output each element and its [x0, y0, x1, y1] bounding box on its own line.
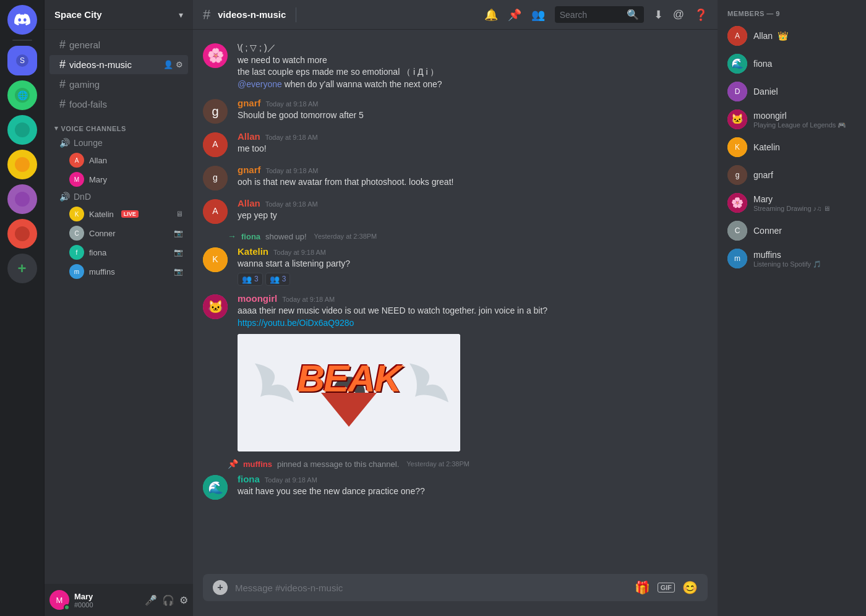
- message-header-gnarf-2: gnarf Today at 9:18 AM: [238, 165, 708, 175]
- channel-header: # videos-n-music 🔔 📌 👥 🔍 ⬇ @ ❓: [193, 0, 718, 30]
- search-box[interactable]: 🔍: [555, 6, 644, 23]
- mention-everyone[interactable]: @everyone: [238, 79, 282, 89]
- gift-icon[interactable]: 🎁: [635, 580, 650, 595]
- headphones-icon[interactable]: 🎧: [162, 594, 174, 606]
- sidebar-item-food-fails[interactable]: # food-fails: [49, 95, 188, 114]
- settings-icon[interactable]: ⚙: [179, 594, 188, 606]
- sidebar: Space City ▾ # general # videos-n-music …: [45, 0, 193, 616]
- add-member-icon[interactable]: 👤: [163, 60, 173, 69]
- search-input[interactable]: [560, 10, 623, 20]
- pin-icon[interactable]: 📌: [508, 8, 521, 22]
- mention-icon[interactable]: @: [673, 8, 684, 21]
- svg-point-5: [15, 157, 30, 172]
- message-author-allan-2[interactable]: Allan: [238, 198, 260, 208]
- message-avatar-allan-2: A: [203, 199, 228, 224]
- text-channel-hash-icon: #: [59, 78, 66, 91]
- system-timestamp-pinned: Yesterday at 2:38PM: [406, 460, 469, 468]
- member-info-muffins: muffins Listening to Spotify 🎵: [753, 249, 856, 268]
- discord-home-button[interactable]: [7, 5, 37, 35]
- sidebar-item-gaming[interactable]: # gaming: [49, 75, 188, 94]
- bell-icon[interactable]: 🔔: [484, 8, 498, 22]
- member-item-mary[interactable]: 🌸 Mary Streaming Drawing ♪♫ 🖥: [722, 189, 861, 216]
- voice-user-katelin[interactable]: K Katelin LIVE 🖥: [49, 205, 188, 223]
- member-name-mary: Mary: [753, 194, 773, 204]
- message-author-moongirl[interactable]: moongirl: [238, 293, 277, 304]
- camera-icon-muffins: 📷: [174, 267, 183, 276]
- voice-user-fiona[interactable]: f fiona 📷: [49, 243, 188, 262]
- video-embed[interactable]: BEAK: [238, 334, 460, 451]
- reaction-1[interactable]: 👥 3: [238, 273, 263, 286]
- member-item-daniel[interactable]: D Daniel: [722, 78, 861, 105]
- system-muffins-name: muffins: [243, 460, 272, 469]
- member-info-conner: Conner: [753, 225, 856, 236]
- settings-icon[interactable]: ⚙: [176, 60, 183, 69]
- message-avatar-katelin: K: [203, 247, 228, 272]
- message-author-gnarf[interactable]: gnarf: [238, 98, 261, 108]
- voice-user-mary[interactable]: M Mary: [49, 170, 188, 189]
- reaction-count-2: 3: [282, 275, 286, 283]
- voice-channels-category[interactable]: ▾ VOICE CHANNELS: [45, 114, 193, 135]
- emoji-icon[interactable]: 😊: [682, 580, 698, 595]
- server-icon-5[interactable]: [7, 184, 37, 214]
- voice-category-label: VOICE CHANNELS: [61, 125, 126, 132]
- message-content-gnarf-2: gnarf Today at 9:18 AM ooh is that new a…: [238, 165, 708, 190]
- member-item-conner[interactable]: C Conner: [722, 217, 861, 244]
- add-server-button[interactable]: +: [7, 254, 37, 283]
- svg-text:🐱: 🐱: [208, 299, 223, 314]
- gif-button[interactable]: GIF: [658, 583, 675, 592]
- message-author-katelin[interactable]: Katelin: [238, 246, 268, 257]
- download-icon[interactable]: ⬇: [654, 8, 663, 22]
- server-icon-3[interactable]: [7, 115, 37, 145]
- member-name-katelin: Katelin: [753, 142, 780, 152]
- member-item-gnarf[interactable]: g gnarf: [722, 161, 861, 189]
- member-item-katelin[interactable]: K Katelin: [722, 134, 861, 161]
- member-item-allan[interactable]: A Allan 👑: [722, 22, 861, 49]
- svg-point-6: [15, 192, 30, 207]
- message-author-fiona[interactable]: fiona: [238, 474, 260, 484]
- message-author-gnarf-2[interactable]: gnarf: [238, 165, 261, 175]
- svg-text:🐱: 🐱: [731, 113, 744, 125]
- system-message-pinned: 📌 muffins pinned a message to this chann…: [193, 456, 718, 471]
- header-icons: 🔔 📌 👥 🔍 ⬇ @ ❓: [484, 6, 708, 23]
- camera-icon-fiona: 📷: [174, 248, 183, 257]
- attach-file-button[interactable]: +: [213, 580, 228, 595]
- voice-user-avatar-muffins: m: [69, 264, 84, 279]
- help-icon[interactable]: ❓: [694, 8, 708, 22]
- message-content-mary: \( ; ▽ ; )／ we need to watch more the la…: [238, 42, 708, 90]
- microphone-icon[interactable]: 🎤: [145, 594, 157, 606]
- server-icon-4[interactable]: [7, 150, 37, 179]
- reaction-2[interactable]: 👥 3: [265, 273, 291, 286]
- footer-username: Mary: [74, 592, 140, 601]
- voice-user-allan[interactable]: A Allan: [49, 151, 188, 169]
- sidebar-item-videos-n-music[interactable]: # videos-n-music 👤 ⚙: [49, 55, 188, 74]
- members-icon[interactable]: 👥: [531, 8, 545, 22]
- sidebar-item-general[interactable]: # general: [49, 35, 188, 54]
- member-name-gnarf: gnarf: [753, 170, 773, 180]
- member-avatar-mary: 🌸: [727, 193, 747, 213]
- server-icon-6[interactable]: [7, 219, 37, 249]
- text-channel-hash-icon: #: [59, 58, 66, 71]
- message-group-gnarf-2: g gnarf Today at 9:18 AM ooh is that new…: [193, 162, 718, 193]
- member-avatar-gnarf: g: [727, 165, 747, 185]
- voice-channel-lounge[interactable]: 🔊 Lounge: [49, 135, 188, 150]
- server-icon-2[interactable]: 🌐: [7, 80, 37, 110]
- text-channel-hash-icon: #: [59, 98, 66, 111]
- server-icon-1[interactable]: S: [7, 46, 37, 75]
- voice-channel-dnd[interactable]: 🔊 DnD: [49, 189, 188, 204]
- message-author-allan[interactable]: Allan: [238, 131, 260, 142]
- member-item-moongirl[interactable]: 🐱 moongirl Playing League of Legends 🎮: [722, 106, 861, 133]
- voice-user-avatar-mary: M: [69, 172, 84, 187]
- server-name-header[interactable]: Space City ▾: [45, 0, 193, 30]
- svg-text:A: A: [735, 32, 740, 40]
- member-item-muffins[interactable]: m muffins Listening to Spotify 🎵: [722, 245, 861, 272]
- voice-user-conner[interactable]: C Conner 📷: [49, 224, 188, 242]
- member-avatar-moongirl: 🐱: [727, 109, 747, 129]
- beak-triangle: [321, 393, 377, 427]
- server-bar: S 🌐 +: [0, 0, 45, 616]
- reaction-emoji-1: 👥: [242, 275, 252, 284]
- voice-user-muffins[interactable]: m muffins 📷: [49, 262, 188, 281]
- youtube-link[interactable]: https://youtu.be/OiDx6aQ928o: [238, 318, 354, 328]
- member-item-fiona[interactable]: 🌊 fiona: [722, 50, 861, 77]
- member-info-gnarf: gnarf: [753, 169, 856, 181]
- message-input[interactable]: [235, 583, 627, 593]
